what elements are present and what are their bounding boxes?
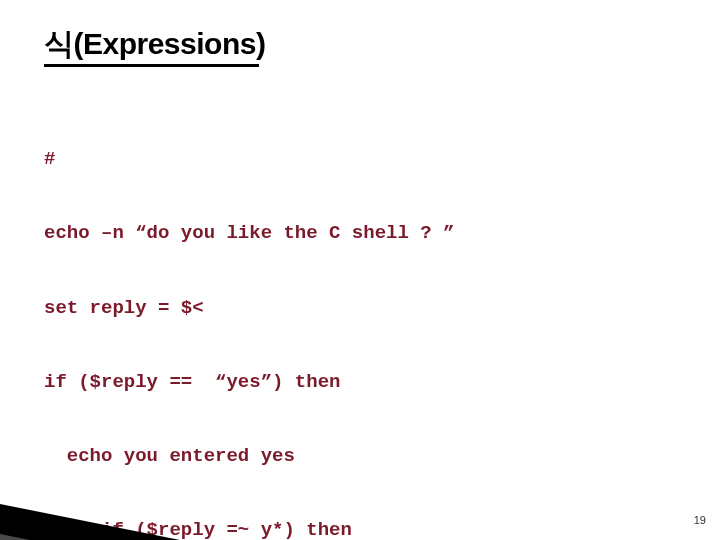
code-line: echo –n “do you like the C shell ? ”	[44, 221, 454, 246]
slide-title: 식(Expressions)	[44, 24, 265, 65]
code-block: # echo –n “do you like the C shell ? ” s…	[44, 98, 454, 540]
code-line: set reply = $<	[44, 296, 454, 321]
code-line: echo you entered yes	[44, 444, 454, 469]
code-line: if ($reply == “yes”) then	[44, 370, 454, 395]
code-line: else if ($reply =~ y*) then	[44, 518, 454, 540]
slide: 식(Expressions) # echo –n “do you like th…	[0, 0, 720, 540]
title-underline	[44, 64, 259, 67]
code-line: #	[44, 147, 454, 172]
page-number: 19	[694, 514, 706, 526]
